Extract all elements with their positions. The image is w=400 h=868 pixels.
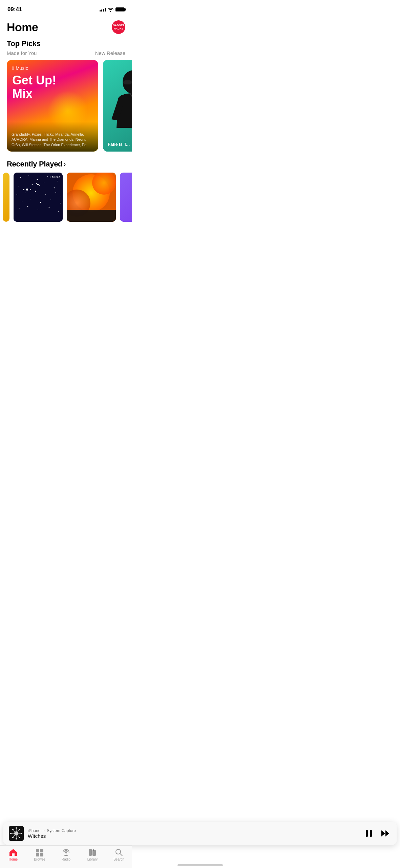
signal-icon [100,7,106,12]
svg-point-22 [30,199,31,199]
svg-point-20 [61,196,61,197]
svg-point-23 [40,202,41,203]
svg-point-14 [54,188,55,189]
svg-point-11 [18,186,19,186]
apple-music-branding:  Music [12,65,93,71]
status-icons [100,7,125,12]
svg-point-35 [26,189,28,191]
apple-music-badge-text: Music [52,175,60,179]
top-picks-title: Top Picks [7,39,125,48]
warm-artwork-svg [67,173,116,222]
top-picks-subtitle-row: Made for You New Release [0,50,132,60]
svg-point-7 [28,175,29,176]
recently-played-header[interactable]: Recently Played › [0,160,132,173]
svg-point-32 [36,183,37,184]
svg-point-28 [38,210,38,210]
made-for-you-label: Made for You [7,50,37,56]
svg-point-25 [60,203,61,203]
avatar[interactable]: GADGET HACKS [112,20,125,34]
apple-logo-small:  [50,175,51,179]
wifi-icon [108,7,113,12]
header: Home GADGET HACKS [0,17,132,39]
person-artwork [103,60,132,152]
new-release-info: Fake Is T... [108,142,132,147]
recent-card-purple[interactable] [120,173,132,222]
card-artists: Grandaddy, Pixies, Tricky, Mirända, Anne… [12,132,93,147]
svg-point-29 [49,207,50,208]
stars-artwork:  Music [14,173,63,222]
recent-card-partial[interactable] [3,173,9,222]
svg-point-8 [37,179,38,180]
svg-point-24 [50,199,51,200]
page-title: Home [7,21,38,34]
svg-point-33 [39,185,40,186]
new-release-title: Fake Is T... [108,142,132,147]
get-up-mix-card[interactable]:  Music Get Up! Mix Grandaddy, Pixies, T… [7,60,98,152]
svg-rect-5 [14,173,63,222]
svg-point-10 [57,181,58,181]
top-picks-carousel[interactable]:  Music Get Up! Mix Grandaddy, Pixies, T… [0,60,132,152]
recently-played-title: Recently Played [7,160,62,169]
new-release-card[interactable]: Fake Is T... [103,60,132,152]
svg-point-36 [30,189,31,190]
card-overlay: Grandaddy, Pixies, Tricky, Mirända, Anne… [7,122,98,152]
svg-rect-41 [67,210,116,222]
svg-point-16 [25,193,25,193]
new-release-link[interactable]: New Release [95,50,125,56]
recent-card-stars[interactable]:  Music [14,173,63,222]
svg-point-18 [45,194,46,195]
apple-music-label: Music [16,65,28,71]
svg-point-9 [47,176,48,177]
svg-point-17 [35,191,36,192]
svg-point-6 [20,177,21,178]
svg-point-12 [32,184,33,185]
main-content: Home GADGET HACKS Top Picks Made for You… [0,17,132,269]
svg-point-27 [27,206,28,207]
recently-played-section: Recently Played › [0,160,132,222]
svg-point-26 [19,208,20,209]
svg-point-15 [17,194,17,195]
avatar-label: GADGET HACKS [113,24,124,30]
svg-point-13 [44,182,44,183]
battery-icon [115,7,125,12]
svg-point-19 [56,192,56,193]
svg-point-31 [37,184,39,185]
svg-point-30 [58,211,59,212]
recent-card-warm[interactable] [67,173,116,222]
recently-played-carousel[interactable]:  Music [0,173,132,222]
chevron-right-icon: › [64,161,66,168]
person-svg [103,60,132,152]
status-time: 09:41 [7,6,22,13]
stars-svg [14,173,63,222]
svg-point-21 [22,201,22,202]
top-picks-section: Top Picks [0,39,132,50]
status-bar: 09:41 [0,0,132,17]
svg-rect-2 [123,80,132,84]
apple-logo-icon:  [12,65,14,71]
apple-music-badge:  Music [50,175,60,179]
svg-point-34 [23,189,24,190]
